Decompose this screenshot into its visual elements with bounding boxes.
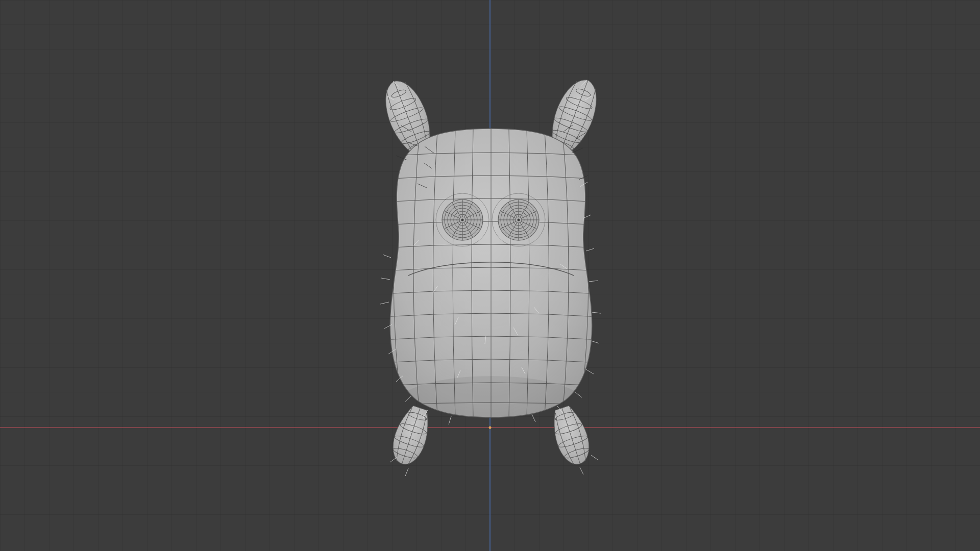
viewport[interactable] [0,0,980,551]
viewport-canvas[interactable] [0,0,980,551]
creature-mesh[interactable] [377,73,605,476]
origin-dot [489,427,492,429]
eye-right-pupil [518,219,520,221]
eye-left-pupil [461,219,464,221]
